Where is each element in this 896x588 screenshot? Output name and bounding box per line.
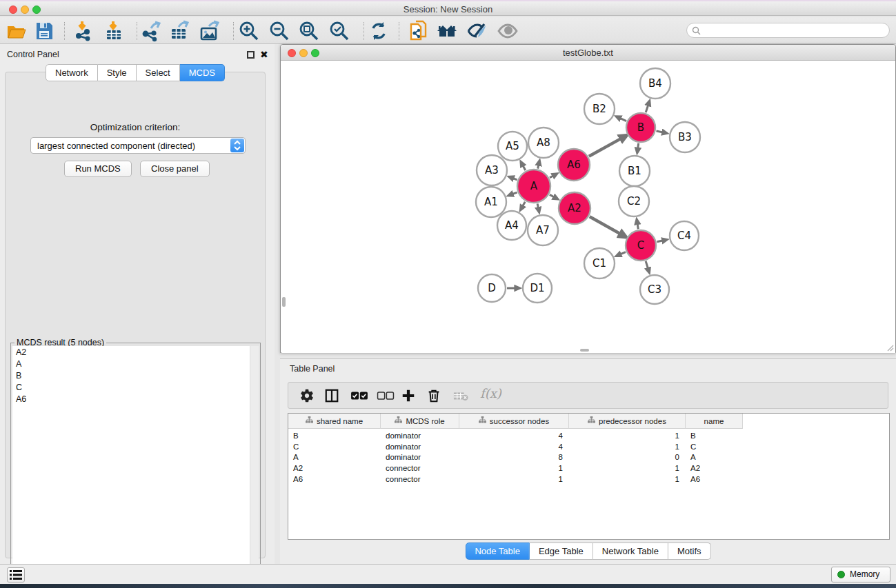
graph-edge-A6-B[interactable]: [589, 138, 623, 156]
column-header-shared-name[interactable]: shared name: [288, 414, 381, 429]
float-panel-icon[interactable]: [247, 51, 255, 59]
table-cell[interactable]: 1: [569, 431, 686, 442]
task-history-button[interactable]: [7, 567, 25, 582]
table-cell[interactable]: connector: [381, 463, 459, 474]
select-all-checkboxes-icon[interactable]: [350, 388, 367, 405]
tab-node-table[interactable]: Node Table: [465, 543, 530, 560]
table-cell[interactable]: 1: [569, 463, 686, 474]
graph-edge-B-B2[interactable]: [619, 118, 626, 121]
graphics-details-icon[interactable]: [466, 20, 488, 42]
tab-motifs[interactable]: Motifs: [668, 543, 711, 560]
graph-edge-C-C2[interactable]: [637, 223, 639, 230]
mcds-result-item[interactable]: C: [12, 381, 251, 393]
refresh-layout-icon[interactable]: [368, 20, 390, 42]
mcds-result-item[interactable]: A: [12, 358, 251, 369]
table-cell[interactable]: dominator: [381, 442, 459, 453]
column-header-predecessor-nodes[interactable]: predecessor nodes: [569, 414, 686, 429]
table-cell[interactable]: 1: [459, 463, 569, 474]
graph-edge-A-A8[interactable]: [538, 163, 539, 168]
delete-column-trash-icon[interactable]: [426, 388, 443, 405]
graph-edge-A-A4[interactable]: [522, 202, 526, 207]
zoom-fit-icon[interactable]: [298, 20, 320, 42]
graph-edge-A-A3[interactable]: [512, 178, 517, 180]
table-cell[interactable]: A: [288, 452, 381, 463]
graph-edge-B-B1[interactable]: [637, 143, 638, 150]
mcds-result-item[interactable]: A2: [12, 346, 251, 358]
v-scroll-thumb[interactable]: [282, 297, 286, 307]
delete-table-icon[interactable]: [452, 388, 469, 405]
table-cell[interactable]: 8: [459, 452, 569, 463]
mcds-scrollbar[interactable]: [250, 346, 259, 578]
graph-edge-A-A2[interactable]: [550, 194, 555, 197]
memory-button[interactable]: Memory: [831, 567, 890, 582]
zoom-out-icon[interactable]: [268, 20, 290, 42]
tab-network[interactable]: Network: [46, 64, 98, 81]
table-cell[interactable]: 1: [459, 474, 569, 485]
table-cell[interactable]: B: [686, 431, 743, 442]
deselect-all-checkboxes-icon[interactable]: [377, 388, 393, 405]
table-cell[interactable]: B: [288, 431, 381, 442]
split-columns-icon[interactable]: [324, 388, 341, 405]
table-cell[interactable]: dominator: [381, 431, 459, 442]
mcds-result-item[interactable]: B: [12, 369, 251, 381]
run-mcds-button[interactable]: Run MCDS: [64, 161, 132, 177]
import-network-icon[interactable]: [72, 20, 94, 42]
search-field[interactable]: [686, 23, 890, 38]
table-cell[interactable]: A2: [288, 463, 381, 474]
table-cell[interactable]: 1: [569, 474, 686, 485]
tab-network-table[interactable]: Network Table: [593, 543, 668, 560]
table-cell[interactable]: C: [686, 442, 743, 453]
table-cell[interactable]: dominator: [381, 452, 459, 463]
show-hide-icon[interactable]: [497, 20, 519, 42]
table-cell[interactable]: A6: [686, 474, 743, 485]
table-cell[interactable]: A6: [288, 474, 381, 485]
save-session-icon[interactable]: [33, 20, 55, 42]
graph-edge-A2-C[interactable]: [590, 216, 622, 235]
table-settings-gear-icon[interactable]: [299, 388, 316, 405]
table-cell[interactable]: 4: [459, 442, 569, 453]
network-graph[interactable]: AA1A3A5A8A4A7A6A2BB2B4B3B1CC2C4C1C3DD1: [281, 61, 895, 353]
resize-grip-icon[interactable]: [886, 343, 894, 352]
tab-select[interactable]: Select: [137, 64, 180, 81]
home-icon[interactable]: [436, 20, 458, 42]
table-cell[interactable]: 4: [459, 431, 569, 442]
table-cell[interactable]: A: [686, 452, 743, 463]
close-panel-icon[interactable]: ✖: [260, 51, 268, 59]
column-header-MCDS-role[interactable]: MCDS role: [381, 414, 459, 429]
graph-edge-B-B3[interactable]: [656, 131, 664, 132]
graph-edge-C-C1[interactable]: [619, 252, 626, 255]
zoom-selected-icon[interactable]: [328, 20, 350, 42]
graph-edge-A-A1[interactable]: [511, 192, 517, 194]
tab-edge-table[interactable]: Edge Table: [530, 543, 593, 560]
mcds-result-list[interactable]: A2ABCA6: [12, 346, 251, 578]
column-header-name[interactable]: name: [686, 414, 743, 429]
graph-edge-C-C3[interactable]: [646, 261, 648, 270]
network-window-titlebar[interactable]: testGlobe.txt: [281, 45, 895, 61]
export-image-icon[interactable]: [199, 20, 221, 42]
table-cell[interactable]: C: [288, 442, 381, 453]
h-scroll-thumb[interactable]: [580, 349, 589, 352]
export-network-icon[interactable]: [140, 20, 162, 42]
node-table[interactable]: shared nameMCDS rolesuccessor nodesprede…: [288, 413, 890, 540]
tab-style[interactable]: Style: [98, 64, 137, 81]
add-column-icon[interactable]: [401, 388, 417, 405]
graph-edge-A-A5[interactable]: [522, 164, 526, 170]
table-cell[interactable]: connector: [381, 474, 459, 485]
function-builder-icon[interactable]: f(x): [480, 386, 501, 401]
table-cell[interactable]: 0: [569, 452, 686, 463]
column-header-successor-nodes[interactable]: successor nodes: [459, 414, 569, 429]
tab-mcds[interactable]: MCDS: [180, 64, 225, 81]
table-cell[interactable]: 1: [569, 442, 686, 453]
new-network-icon[interactable]: [408, 20, 430, 42]
criterion-select[interactable]: largest connected component (directed): [30, 137, 246, 154]
graph-edge-A-A7[interactable]: [537, 203, 539, 209]
graph-edge-B-B4[interactable]: [646, 103, 648, 112]
graph-edge-C-C4[interactable]: [657, 241, 664, 242]
export-table-icon[interactable]: [169, 20, 191, 42]
zoom-in-icon[interactable]: [238, 20, 260, 42]
mcds-result-item[interactable]: A6: [12, 393, 251, 405]
search-input[interactable]: [704, 24, 883, 37]
network-canvas[interactable]: AA1A3A5A8A4A7A6A2BB2B4B3B1CC2C4C1C3DD1: [281, 61, 895, 353]
close-panel-button[interactable]: Close panel: [140, 161, 210, 177]
table-cell[interactable]: A2: [686, 463, 743, 474]
